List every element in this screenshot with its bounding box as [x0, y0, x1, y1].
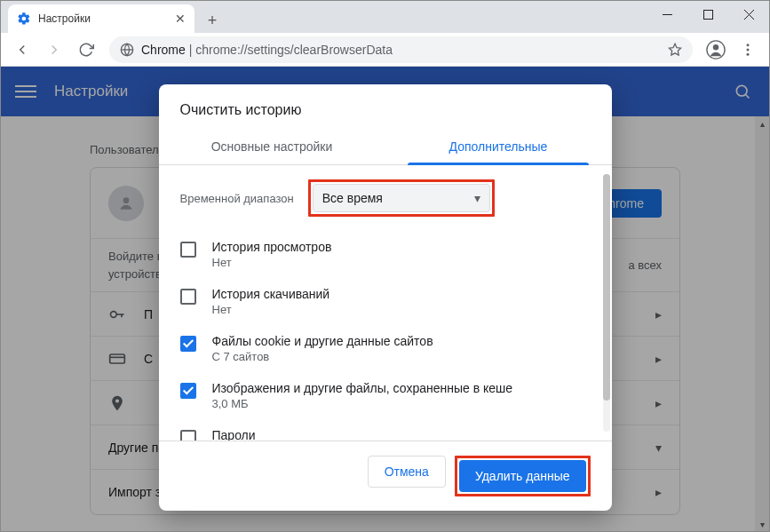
svg-point-10 [747, 48, 750, 51]
browser-menu-button[interactable] [734, 36, 762, 64]
option-subtitle: 3,0 МБ [212, 397, 513, 410]
option-cookies[interactable]: Файлы cookie и другие данные сайтовС 7 с… [180, 325, 591, 372]
svg-point-11 [747, 52, 750, 55]
time-range-row: Временной диапазон Все время ▾ [180, 165, 591, 231]
svg-point-8 [713, 44, 718, 50]
new-tab-button[interactable]: + [200, 8, 225, 33]
highlight-time-range: Все время ▾ [308, 179, 495, 217]
profile-avatar-button[interactable] [702, 36, 730, 64]
option-passwords[interactable]: ПаролиНет [180, 419, 591, 441]
checkbox[interactable] [180, 289, 196, 305]
close-tab-icon[interactable]: ✕ [175, 12, 186, 26]
tab-advanced[interactable]: Дополнительные [385, 131, 612, 164]
clear-data-options: История просмотровНет История скачиваний… [180, 231, 591, 441]
nav-reload-button[interactable] [72, 36, 100, 64]
option-subtitle: С 7 сайтов [212, 350, 433, 363]
clear-data-button[interactable]: Удалить данные [459, 460, 586, 492]
window-maximize-button[interactable] [687, 1, 728, 28]
dialog-actions: Отмена Удалить данные [159, 441, 612, 511]
checkbox[interactable] [180, 383, 196, 399]
svg-marker-6 [669, 44, 680, 55]
time-range-label: Временной диапазон [180, 192, 294, 205]
option-title: История просмотров [212, 240, 332, 254]
svg-rect-1 [703, 10, 712, 19]
dialog-title: Очистить историю [159, 84, 612, 131]
address-bar-text: Chrome | chrome://settings/clearBrowserD… [141, 43, 393, 57]
option-title: Изображения и другие файлы, сохраненные … [212, 381, 513, 395]
option-title: Файлы cookie и другие данные сайтов [212, 334, 433, 348]
browser-toolbar: Chrome | chrome://settings/clearBrowserD… [1, 33, 769, 67]
modal-overlay: Очистить историю Основные настройки Допо… [1, 67, 769, 531]
dialog-tabs: Основные настройки Дополнительные [159, 131, 612, 165]
checkbox[interactable] [180, 430, 196, 441]
tab-basic[interactable]: Основные настройки [159, 131, 385, 164]
time-range-value: Все время [322, 191, 383, 205]
address-bar[interactable]: Chrome | chrome://settings/clearBrowserD… [109, 36, 693, 63]
option-cached-images[interactable]: Изображения и другие файлы, сохраненные … [180, 372, 591, 419]
option-title: Пароли [212, 428, 256, 441]
bookmark-star-icon[interactable] [668, 43, 682, 57]
option-browsing-history[interactable]: История просмотровНет [180, 231, 591, 278]
option-download-history[interactable]: История скачиванийНет [180, 278, 591, 325]
cancel-button[interactable]: Отмена [368, 456, 446, 488]
window-minimize-button[interactable] [647, 1, 687, 28]
dialog-scrollbar[interactable] [603, 174, 610, 432]
window-close-button[interactable] [728, 1, 769, 28]
checkbox[interactable] [180, 242, 196, 258]
nav-forward-button[interactable] [40, 36, 68, 64]
globe-icon [120, 43, 134, 57]
option-subtitle: Нет [212, 303, 330, 316]
nav-back-button[interactable] [8, 36, 36, 64]
dropdown-caret-icon: ▾ [474, 191, 480, 205]
window-titlebar: Настройки ✕ + [1, 1, 769, 33]
clear-browsing-data-dialog: Очистить историю Основные настройки Допо… [159, 84, 612, 511]
browser-tab[interactable]: Настройки ✕ [8, 4, 194, 33]
gear-icon [17, 12, 31, 26]
dialog-body: Временной диапазон Все время ▾ История п… [159, 165, 612, 441]
time-range-select[interactable]: Все время ▾ [313, 184, 490, 212]
svg-point-9 [747, 44, 750, 46]
option-subtitle: Нет [212, 256, 332, 269]
tab-title: Настройки [38, 12, 168, 25]
option-title: История скачиваний [212, 287, 330, 301]
checkbox[interactable] [180, 336, 196, 352]
highlight-confirm: Удалить данные [455, 456, 591, 496]
